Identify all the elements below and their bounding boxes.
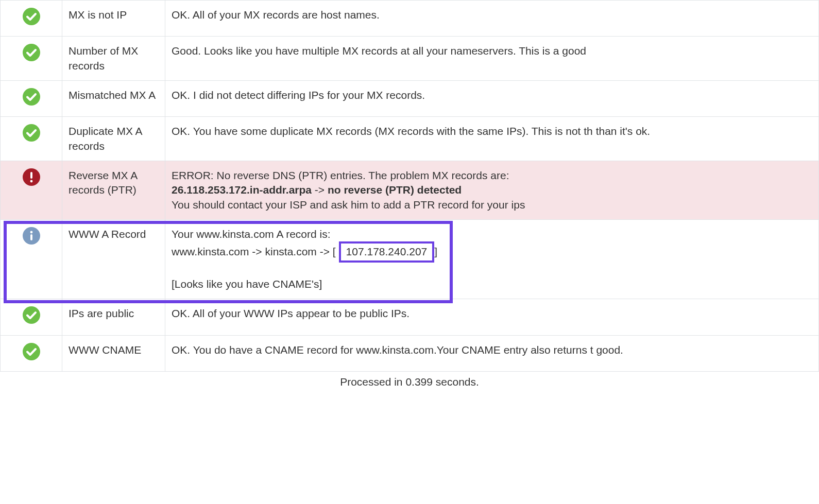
row-label: Reverse MX A records (PTR): [69, 169, 137, 196]
www-intro: Your www.kinsta.com A record is:: [172, 228, 331, 240]
svg-point-1: [23, 44, 40, 61]
table-row: WWW CNAME OK. You do have a CNAME record…: [1, 335, 819, 371]
row-label: IPs are public: [69, 307, 134, 319]
row-label: Duplicate MX A records: [69, 125, 142, 151]
svg-rect-9: [30, 234, 32, 240]
row-message: OK. You do have a CNAME record for www.k…: [172, 344, 623, 356]
row-label: WWW CNAME: [69, 344, 141, 356]
www-chain-end: ]: [434, 246, 437, 257]
svg-point-0: [23, 8, 40, 25]
row-label: Mismatched MX A: [69, 89, 156, 101]
svg-point-10: [23, 306, 40, 324]
table-row: Mismatched MX A OK. I did not detect dif…: [1, 81, 819, 117]
error-host: 26.118.253.172.in-addr.arpa: [172, 184, 312, 196]
table-row-error: Reverse MX A records (PTR) ERROR: No rev…: [1, 161, 819, 220]
www-chain: www.kinsta.com -> kinsta.com -> [: [172, 246, 336, 257]
check-circle-icon: [23, 88, 40, 106]
row-label: WWW A Record: [69, 228, 146, 240]
error-advice: You should contact your ISP and ask him …: [172, 199, 525, 211]
check-circle-icon: [23, 306, 40, 324]
info-circle-icon: [23, 227, 40, 245]
svg-point-6: [30, 180, 32, 183]
svg-point-2: [23, 88, 40, 106]
check-circle-icon: [23, 8, 40, 25]
row-message: OK. All of your MX records are host name…: [172, 9, 380, 21]
row-message: Good. Looks like you have multiple MX re…: [172, 45, 586, 57]
exclamation-circle-icon: [23, 168, 40, 186]
check-circle-icon: [23, 343, 40, 360]
error-arrow: ->: [312, 184, 328, 196]
www-note: [Looks like you have CNAME's]: [172, 278, 322, 290]
row-message: OK. You have some duplicate MX records (…: [172, 125, 650, 137]
check-circle-icon: [23, 44, 40, 61]
table-row-www: WWW A Record Your www.kinsta.com A recor…: [1, 220, 819, 299]
table-row: MX is not IP OK. All of your MX records …: [1, 1, 819, 37]
row-message: OK. All of your WWW IPs appear to be pub…: [172, 307, 410, 319]
row-label: Number of MX records: [69, 45, 138, 71]
error-text: ERROR: No reverse DNS (PTR) entries. The…: [172, 169, 509, 181]
ip-address-highlight: 107.178.240.207: [339, 241, 435, 262]
row-label: MX is not IP: [69, 9, 127, 21]
table-row: IPs are public OK. All of your WWW IPs a…: [1, 299, 819, 335]
svg-point-11: [23, 343, 40, 360]
check-circle-icon: [23, 124, 40, 142]
processing-time: Processed in 0.399 seconds.: [340, 376, 479, 388]
svg-rect-5: [30, 172, 32, 179]
table-row: Number of MX records Good. Looks like yo…: [1, 37, 819, 81]
error-detail: no reverse (PTR) detected: [328, 184, 462, 196]
svg-point-3: [23, 124, 40, 142]
table-row: Duplicate MX A records OK. You have some…: [1, 117, 819, 161]
svg-point-8: [30, 231, 32, 234]
dns-results-table: MX is not IP OK. All of your MX records …: [0, 0, 819, 372]
row-message: OK. I did not detect differing IPs for y…: [172, 89, 425, 101]
